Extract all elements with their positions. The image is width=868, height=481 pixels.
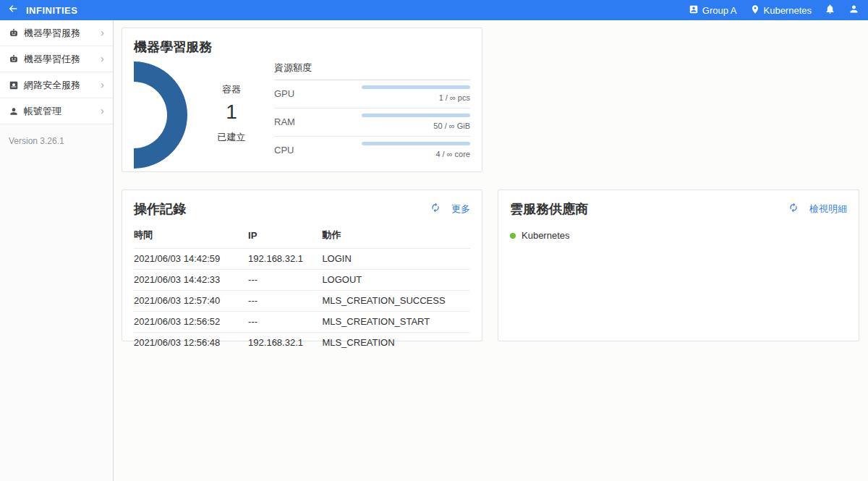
- table-row: 2021/06/03 12:57:40 --- MLS_CREATION_SUC…: [134, 291, 470, 312]
- sidebar-item-label: 機器學習服務: [24, 27, 101, 40]
- log-time: 2021/06/03 12:56:52: [134, 312, 248, 333]
- quota-row-ram: RAM 50 / ∞ GiB: [274, 108, 470, 137]
- quota-label: RAM: [274, 116, 362, 127]
- operation-log-card: 操作記錄 更多 時間 IP: [122, 190, 482, 341]
- stat-sublabel: 已建立: [189, 131, 274, 144]
- chevron-right-icon: ›: [101, 53, 104, 65]
- column-header-time: 時間: [134, 224, 248, 249]
- group-selector[interactable]: Group A: [689, 4, 737, 17]
- log-refresh-button[interactable]: [430, 203, 441, 216]
- column-header-ip: IP: [248, 224, 322, 249]
- user-icon: [9, 106, 19, 116]
- log-action: MLS_CREATION_START: [322, 312, 470, 333]
- account-button[interactable]: [848, 4, 859, 17]
- sidebar: 機器學習服務 › 機器學習任務 › 網路安全服務 › 帳號管理 › Versio…: [0, 20, 114, 481]
- brand-logo: INFINITIES: [26, 5, 77, 16]
- log-ip: ---: [248, 291, 322, 312]
- quota-row-cpu: CPU 4 / ∞ core: [274, 137, 470, 164]
- ml-card-title: 機器學習服務: [134, 38, 470, 56]
- table-row: 2021/06/03 12:56:48 192.168.32.1 MLS_CRE…: [134, 333, 470, 354]
- chevron-right-icon: ›: [101, 27, 104, 39]
- provider-refresh-button[interactable]: [788, 203, 799, 216]
- column-header-action: 動作: [322, 224, 470, 249]
- table-row: 2021/06/03 12:56:52 --- MLS_CREATION_STA…: [134, 312, 470, 333]
- quota-label: CPU: [274, 145, 362, 156]
- cloud-provider-card: 雲服務供應商 檢視明細 Kubernetes: [498, 190, 859, 341]
- log-action: LOGOUT: [322, 270, 470, 291]
- refresh-icon: [788, 203, 799, 216]
- table-row: 2021/06/03 14:42:33 --- LOGOUT: [134, 270, 470, 291]
- stat-label: 容器: [189, 83, 274, 96]
- sidebar-item-ml-tasks[interactable]: 機器學習任務 ›: [0, 46, 113, 72]
- bell-icon: [825, 4, 835, 17]
- quota-title: 資源額度: [274, 61, 470, 80]
- operation-log-table: 時間 IP 動作 2021/06/03 14:42:59 192.168.32.…: [134, 224, 470, 353]
- robot-icon: [9, 54, 19, 64]
- app-version: Version 3.26.1: [0, 124, 113, 158]
- log-action: MLS_CREATION: [322, 333, 470, 354]
- sidebar-item-label: 帳號管理: [24, 105, 101, 118]
- quota-label: GPU: [274, 88, 362, 99]
- provider-name: Kubernetes: [522, 230, 570, 241]
- provider-list-item: Kubernetes: [510, 230, 847, 241]
- badge-icon: [689, 4, 699, 17]
- notifications-button[interactable]: [825, 4, 835, 17]
- sidebar-item-account-management[interactable]: 帳號管理 ›: [0, 98, 113, 124]
- sidebar-item-network-security[interactable]: 網路安全服務 ›: [0, 72, 113, 98]
- log-ip: 192.168.32.1: [248, 333, 322, 354]
- robot-icon: [9, 28, 19, 38]
- log-time: 2021/06/03 14:42:33: [134, 270, 248, 291]
- table-row: 2021/06/03 14:42:59 192.168.32.1 LOGIN: [134, 249, 470, 270]
- top-header-bar: INFINITIES Group A Kubernetes: [0, 0, 868, 20]
- cpu-progress-bar: [362, 142, 470, 145]
- stat-value: 1: [189, 101, 274, 124]
- log-ip: ---: [248, 270, 322, 291]
- provider-card-title: 雲服務供應商: [510, 200, 588, 218]
- security-icon: [9, 80, 19, 90]
- log-time: 2021/06/03 12:56:48: [134, 333, 248, 354]
- sidebar-item-ml-services[interactable]: 機器學習服務 ›: [0, 20, 113, 46]
- group-label: Group A: [702, 5, 737, 16]
- quota-value: 1 / ∞ pcs: [362, 93, 470, 102]
- ram-progress-bar: [362, 114, 470, 117]
- resource-quota: 資源額度 GPU 1 / ∞ pcs RAM 50 / ∞ GiB: [274, 61, 470, 164]
- log-ip: 192.168.32.1: [248, 249, 322, 270]
- status-dot-icon: [510, 233, 516, 239]
- provider-details-link[interactable]: 檢視明細: [809, 203, 847, 216]
- log-action: LOGIN: [322, 249, 470, 270]
- sidebar-item-label: 機器學習任務: [24, 53, 101, 66]
- log-action: MLS_CREATION_SUCCESS: [322, 291, 470, 312]
- container-donut-chart: [134, 61, 189, 169]
- log-ip: ---: [248, 312, 322, 333]
- chevron-right-icon: ›: [101, 79, 104, 91]
- chevron-right-icon: ›: [101, 105, 104, 117]
- arrow-left-icon: [7, 3, 19, 17]
- cluster-label: Kubernetes: [764, 5, 812, 16]
- back-button[interactable]: [7, 3, 19, 17]
- quota-value: 4 / ∞ core: [362, 150, 470, 158]
- container-stats: 容器 1 已建立: [189, 83, 274, 144]
- user-icon: [848, 4, 859, 17]
- cluster-selector[interactable]: Kubernetes: [750, 4, 812, 17]
- log-time: 2021/06/03 14:42:59: [134, 249, 248, 270]
- log-time: 2021/06/03 12:57:40: [134, 291, 248, 312]
- log-more-link[interactable]: 更多: [451, 203, 470, 216]
- ml-service-card: 機器學習服務 容器 1 已建立 資源額度 GPU: [122, 27, 482, 172]
- log-card-title: 操作記錄: [134, 200, 186, 218]
- main-content: 機器學習服務 容器 1 已建立 資源額度 GPU: [114, 20, 868, 481]
- quota-row-gpu: GPU 1 / ∞ pcs: [274, 80, 470, 108]
- gpu-progress-bar: [362, 85, 470, 89]
- quota-value: 50 / ∞ GiB: [362, 122, 470, 130]
- refresh-icon: [430, 203, 441, 216]
- sidebar-item-label: 網路安全服務: [24, 79, 101, 92]
- location-pin-icon: [750, 4, 760, 17]
